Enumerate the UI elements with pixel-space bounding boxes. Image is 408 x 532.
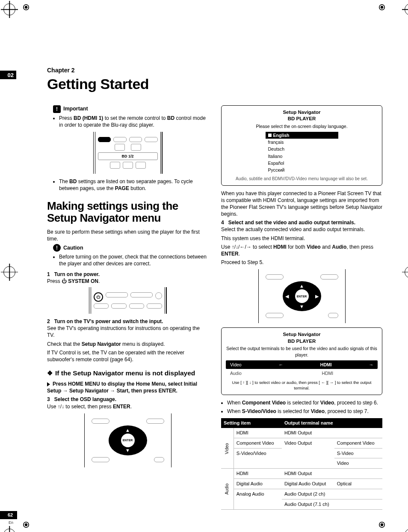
table-row: Audio HDMI HDMI Output — [221, 469, 382, 479]
table-row: Analog Audio Audio Output (2 ch) — [221, 489, 382, 499]
arrow-left-icon: ← — [279, 362, 284, 368]
arrow-down-icon: ▼ — [299, 303, 304, 310]
right-column: Setup Navigator BD PLAYER Please select … — [221, 104, 382, 510]
table-category: Audio — [221, 469, 234, 509]
osd-instruction: Select the output terminals to be used f… — [226, 345, 378, 357]
table-category: Video — [221, 428, 234, 469]
language-option: Русский — [266, 166, 338, 173]
warning-icon — [53, 105, 61, 113]
arrow-right-icon: → — [369, 362, 374, 368]
osd-instruction: Please select the on-screen display lang… — [226, 123, 378, 129]
page-language: En — [9, 520, 13, 525]
osd-sub: BD PLAYER — [226, 338, 378, 345]
dpad-diagram: ▲ ▼ ENTER — [84, 413, 171, 467]
right-paragraph: When you have this player connected to a… — [221, 190, 382, 218]
page-number: 62 — [0, 511, 17, 519]
chapter-title: Getting Started — [47, 74, 382, 94]
osd-output-panel: Setup Navigator BD PLAYER Select the out… — [221, 327, 382, 395]
step-2: 2 Turn on the TV's power and switch the … — [47, 318, 208, 339]
remote-diagram: BD 1/2 — [95, 132, 161, 174]
arrow-up-icon: ▲ — [125, 427, 130, 434]
step-3: 3 Select the OSD language. Use ↑/↓ to se… — [47, 396, 208, 410]
settings-table: Setting item Output terminal name Video … — [221, 418, 382, 510]
right-bullets: When Component Video is selected for Vid… — [221, 399, 382, 415]
step2-line2: Check that the Setup Navigator menu is d… — [47, 341, 208, 348]
bullet-item: When Component Video is selected for Vid… — [227, 399, 382, 406]
arrow-right-icon: → — [246, 244, 251, 250]
chapter-label: Chapter 2 — [47, 66, 382, 74]
sub-heading: ❖If the Setup Navigator menu is not disp… — [47, 369, 208, 378]
remote-diagram-2: ⏻ — [91, 287, 165, 314]
dpad-diagram-2: ▲ ▼ ◀ ▶ ENTER — [258, 269, 346, 323]
table-row: Component Video Video Output Component V… — [221, 438, 382, 448]
step4-line4: Proceed to Step 5. — [221, 259, 382, 266]
osd-sub: BD PLAYER — [226, 116, 378, 122]
remote-page-label: BD 1/2 — [98, 152, 158, 160]
caution-callout: Caution — [53, 244, 208, 252]
step4-line3: Use ↑/↓/←/→ to select HDMI for both Vide… — [221, 244, 382, 257]
arrow-up-icon: ↑ — [232, 244, 234, 250]
caution-list: Before turning on the power, check that … — [53, 253, 208, 267]
important-item: The BD settings are listed on two separa… — [59, 178, 208, 192]
triangle-icon — [47, 382, 50, 386]
caution-icon — [53, 244, 61, 252]
important-item: Press BD (HDMI 1) to set the remote cont… — [59, 115, 208, 128]
important-label: Important — [63, 105, 88, 113]
bullet-item: When S-Video/Video is selected for Video… — [227, 408, 382, 415]
table-row: Video HDMI HDMI Output — [221, 428, 382, 438]
important-callout: Important — [53, 105, 208, 113]
language-option: Español — [266, 160, 338, 166]
step-1: 1 Turn on the power. Press ⏻ SYSTEM ON. — [47, 271, 208, 285]
section-heading: Making settings using the Setup Navigato… — [47, 200, 208, 224]
language-option: Deutsch — [266, 146, 338, 152]
step-4: 4 Select and set the video and audio out… — [221, 219, 382, 233]
section-intro: Be sure to perform these settings when u… — [47, 229, 208, 242]
arrow-right-icon: ▶ — [315, 293, 319, 300]
arrow-down-icon: ↓ — [236, 244, 238, 250]
important-list-2: The BD settings are listed on two separa… — [53, 178, 208, 192]
arrow-down-icon: ▼ — [125, 447, 130, 454]
table-header: Output terminal name — [282, 418, 382, 428]
osd-footnote: Audio, subtitle and BDMV/DVD-Video menu … — [226, 176, 378, 182]
diamond-icon: ❖ — [47, 369, 53, 377]
language-option: français — [266, 139, 338, 146]
chapter-number-tab: 02 — [0, 71, 16, 79]
sub-instruction: Press HOME MENU to display the Home Menu… — [47, 380, 208, 394]
language-list: English français Deutsch Italiano Españo… — [266, 132, 338, 173]
osd-hint: Use [ ↑ ][ ↓ ] to select video or audio,… — [226, 380, 378, 391]
osd-title: Setup Navigator — [226, 331, 378, 338]
arrow-up-icon: ▲ — [299, 283, 304, 289]
table-row: Digital Audio Digital Audio Output Optic… — [221, 479, 382, 489]
table-header: Setting item — [221, 418, 282, 428]
step2-line3: If TV Control is set, the TV can be oper… — [47, 349, 208, 363]
enter-button-icon: ENTER — [121, 434, 135, 447]
step4-line2: This system uses the HDMI terminal. — [221, 235, 382, 242]
caution-label: Caution — [63, 244, 83, 252]
enter-button-icon: ENTER — [295, 289, 309, 303]
language-option: Italiano — [266, 153, 338, 160]
osd-title: Setup Navigator — [226, 109, 378, 116]
language-option-selected: English — [266, 132, 338, 139]
caution-item: Before turning on the power, check that … — [59, 253, 208, 267]
osd-language-panel: Setup Navigator BD PLAYER Please select … — [221, 105, 382, 186]
power-icon: ⏻ — [94, 292, 103, 302]
osd-row: Audio HDMI — [226, 369, 378, 377]
arrow-up-icon: ↑ — [58, 404, 60, 410]
important-list: Press BD (HDMI 1) to set the remote cont… — [53, 115, 208, 128]
left-column: Important Press BD (HDMI 1) to set the r… — [47, 104, 208, 510]
osd-selected-row: Video ← HDMI → — [226, 360, 378, 369]
arrow-left-icon: ◀ — [285, 293, 289, 300]
arrow-left-icon: ← — [239, 244, 245, 250]
